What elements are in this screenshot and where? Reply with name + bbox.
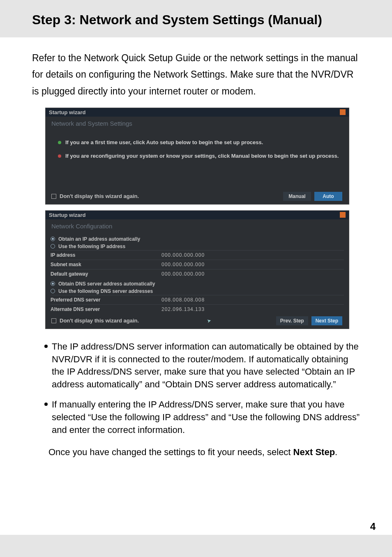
wizard1-titlebar: Startup wizard (46, 108, 349, 117)
radio-use-ip[interactable]: Use the following IP address (51, 243, 344, 250)
subnet-mask-value[interactable]: 000.000.000.000 (161, 262, 205, 267)
radio-obtain-ip-label: Obtain an IP address automatically (58, 236, 140, 242)
note-1: The IP address/DNS server information ca… (52, 341, 360, 391)
wizard2-titlebar: Startup wizard (46, 211, 349, 219)
ip-address-label: IP address (51, 252, 161, 258)
next-step-button[interactable]: Next Step (311, 316, 342, 325)
note-2: If manually entering the IP Address/DNS … (52, 398, 360, 436)
ip-address-value[interactable]: 000.000.000.000 (161, 252, 205, 258)
radio-obtain-dns-label: Obtain DNS server address automatically (58, 281, 155, 287)
manual-button[interactable]: Manual (283, 192, 311, 201)
wizard-screenshot-1: Startup wizard Network and System Settin… (45, 108, 349, 205)
radio-obtain-ip[interactable]: Obtain an IP address automatically (51, 235, 344, 243)
auto-button[interactable]: Auto (314, 192, 342, 201)
radio-icon (51, 289, 55, 293)
footer-band (0, 535, 392, 557)
default-gateway-value[interactable]: 000.000.000.000 (161, 271, 205, 277)
radio-use-ip-label: Use the following IP address (58, 244, 125, 249)
wizard1-bullet2: If you are reconfiguring your system or … (65, 153, 339, 159)
closing-period: . (335, 447, 337, 457)
close-icon[interactable] (340, 109, 346, 115)
closing-text: Once you have changed the settings to fi… (48, 447, 293, 457)
radio-icon (51, 281, 55, 286)
close-icon[interactable] (340, 212, 346, 218)
header-band: Step 3: Network and System Settings (Man… (0, 0, 392, 37)
preferred-dns-value[interactable]: 008.008.008.008 (161, 297, 205, 303)
page-number: 4 (370, 521, 376, 532)
alternate-dns-value[interactable]: 202.096.134.133 (161, 306, 205, 312)
bullet-dot-icon (58, 141, 61, 144)
wizard2-dont-display-label: Don't display this wizard again. (60, 318, 139, 324)
bullet-icon (44, 403, 48, 406)
subnet-mask-label: Subnet mask (51, 262, 161, 267)
alternate-dns-label: Alternate DNS server (51, 306, 161, 312)
wizard2-subtitle: Network Configuration (51, 222, 344, 235)
intro-paragraph: Refer to the Network Quick Setup Guide o… (0, 37, 392, 108)
dont-display-checkbox[interactable] (51, 318, 56, 323)
radio-use-dns[interactable]: Use the following DNS server addresses (51, 288, 344, 295)
radio-icon (51, 244, 55, 249)
wizard-screenshot-2: Startup wizard Network Configuration Obt… (45, 210, 349, 329)
page-title: Step 3: Network and System Settings (Man… (32, 12, 392, 28)
bullet-icon (44, 345, 48, 348)
default-gateway-label: Default gateway (51, 271, 161, 277)
wizard1-window-title: Startup wizard (49, 109, 86, 115)
preferred-dns-label: Preferred DNS server (51, 297, 161, 303)
wizard2-window-title: Startup wizard (49, 212, 86, 218)
bullet-dot-icon (58, 154, 61, 158)
cursor-icon: ➤ (206, 318, 212, 324)
wizard1-subtitle: Network and System Settings (51, 119, 344, 133)
wizard1-bullet1: If you are a first time user, click Auto… (65, 139, 263, 145)
radio-icon (51, 237, 55, 241)
next-step-bold: Next Step (293, 447, 335, 457)
closing-paragraph: Once you have changed the settings to fi… (0, 444, 392, 459)
radio-obtain-dns[interactable]: Obtain DNS server address automatically (51, 280, 344, 288)
prev-step-button[interactable]: Prev. Step (276, 316, 308, 325)
radio-use-dns-label: Use the following DNS server addresses (58, 288, 153, 294)
wizard1-dont-display-label: Don't display this wizard again. (60, 193, 139, 199)
dont-display-checkbox[interactable] (51, 194, 56, 199)
